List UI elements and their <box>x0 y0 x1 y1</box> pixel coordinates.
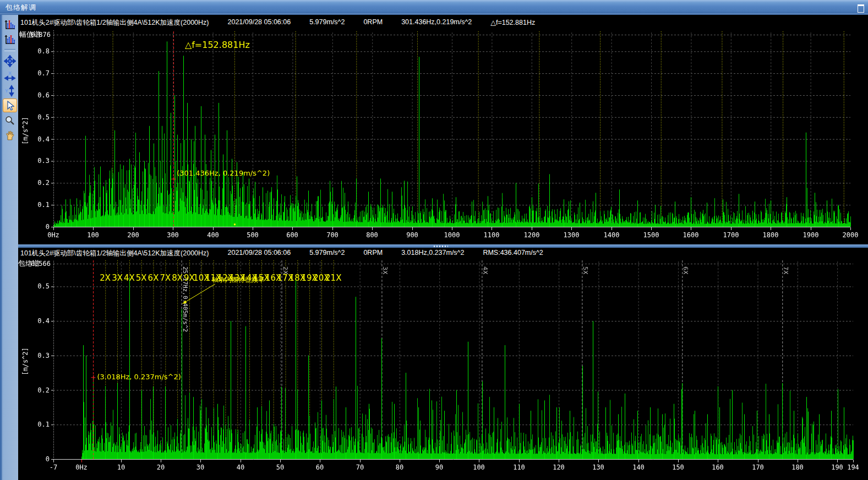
move-cross-icon <box>4 55 16 67</box>
plot-splitter[interactable] <box>18 244 868 248</box>
envelope-plot-title: 包络谱 <box>18 259 40 269</box>
pan-hand-button[interactable] <box>3 128 17 142</box>
arrow-cursor-icon <box>4 100 15 111</box>
spectrum-red-blue-icon <box>4 19 16 30</box>
plot-area: 101机头2#驱动部\齿轮箱1/2轴输出侧4A\512K加速度(2000Hz) … <box>18 15 868 480</box>
pan-all-button[interactable] <box>3 54 17 68</box>
app-window: 包络解调 <box>0 0 868 480</box>
zoom-magnifier-button[interactable] <box>3 113 17 127</box>
y-axis-arrows-icon: Y <box>4 85 16 97</box>
delta-f-readout: △f=152.881Hz <box>490 18 535 28</box>
splitter-grip-icon <box>434 246 448 247</box>
window-title: 包络解调 <box>6 3 36 13</box>
envelope-spectrum-chart[interactable] <box>22 260 868 480</box>
rpm-readout: 0RPM <box>363 249 383 258</box>
cursor-select-button[interactable] <box>3 99 17 112</box>
channel-path: 101机头2#驱动部\齿轮箱1/2轴输出侧4A\512K加速度(2000Hz) <box>20 18 209 28</box>
x-axis-arrows-icon: X <box>4 70 16 82</box>
amplitude-plot-title: 幅值谱 <box>19 30 41 40</box>
cursor-readout: 301.436Hz,0.219m/s^2 <box>401 18 472 28</box>
spectrum-blue-red-icon <box>4 34 16 45</box>
toolbar-separator <box>4 49 15 51</box>
channel-path: 101机头2#驱动部\齿轮箱1/2轴输出侧4A\512K加速度(2000Hz) <box>20 249 209 258</box>
timestamp: 2021/09/28 05:06:06 <box>227 249 291 258</box>
window-restore-icon[interactable] <box>858 4 864 13</box>
svg-text:Y: Y <box>5 88 8 94</box>
svg-text:X: X <box>8 70 12 76</box>
overall-level: 5.979m/s^2 <box>309 18 345 28</box>
window-titlebar: 包络解调 <box>0 0 868 15</box>
rpm-readout: 0RPM <box>363 18 383 28</box>
cursor-readout: 3.018Hz,0.237m/s^2 <box>401 249 464 258</box>
hand-icon <box>4 130 15 141</box>
timestamp: 2021/09/28 05:06:06 <box>227 18 291 28</box>
zoom-x-axis-button[interactable]: X <box>3 69 17 83</box>
magnifier-icon <box>4 115 15 126</box>
amplitude-spectrum-chart[interactable] <box>22 29 868 244</box>
spectrum-compare-2-button[interactable] <box>3 32 17 46</box>
overall-level: 5.979m/s^2 <box>309 249 345 258</box>
spectrum-compare-1-button[interactable] <box>3 18 17 31</box>
rms-readout: RMS:436.407m/s^2 <box>483 249 543 258</box>
envelope-plot-header: 101机头2#驱动部\齿轮箱1/2轴输出侧4A\512K加速度(2000Hz) … <box>20 249 543 258</box>
left-toolbar: X Y <box>0 15 18 480</box>
amplitude-plot-header: 101机头2#驱动部\齿轮箱1/2轴输出侧4A\512K加速度(2000Hz) … <box>20 18 535 28</box>
zoom-y-axis-button[interactable]: Y <box>3 84 17 97</box>
